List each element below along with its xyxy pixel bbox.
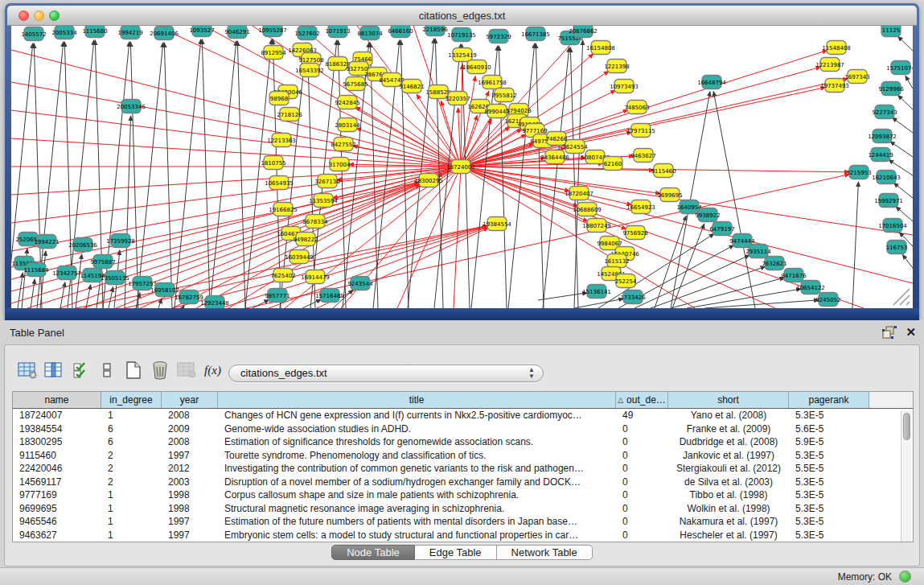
cell-title[interactable]: Estimation of significance thresholds fo… [218, 435, 616, 449]
cell-year[interactable]: 1998 [162, 502, 218, 516]
table-settings-button[interactable] [16, 360, 38, 381]
column-header-in_degree[interactable]: in_degree [101, 392, 162, 408]
graph-edge[interactable] [713, 92, 755, 308]
table-row[interactable]: 946362711997Embryonic stem cells: a mode… [13, 529, 913, 542]
tab-network-table[interactable]: Network Table [497, 545, 593, 560]
cell-year[interactable]: 2008 [162, 435, 218, 449]
cell-in_degree[interactable]: 1 [101, 409, 162, 422]
table-row[interactable]: 911546021997Tourette syndrome. Phenomeno… [13, 449, 913, 463]
cell-year[interactable]: 2009 [162, 422, 218, 436]
graph-edge[interactable] [31, 279, 35, 308]
graph-node[interactable]: 3267130 [314, 175, 339, 188]
cell-short[interactable]: Franke et al. (2009) [668, 422, 789, 436]
graph-edge[interactable] [175, 39, 201, 308]
canvas-resize-grip[interactable] [887, 282, 911, 307]
table-row[interactable]: 977716911998Corpus callosum shape and si… [13, 488, 913, 502]
column-header-pagerank[interactable]: pagerank [789, 392, 869, 408]
graph-edge[interactable] [852, 182, 858, 308]
graph-node[interactable]: 10955287 [258, 26, 287, 37]
graph-node[interactable]: 1115680 [82, 26, 107, 38]
cell-in_degree[interactable]: 2 [101, 462, 162, 476]
graph-edge[interactable] [210, 41, 236, 308]
graph-node[interactable]: 252254 [615, 274, 637, 288]
cell-year[interactable]: 2003 [162, 476, 218, 489]
cell-title[interactable]: Structural magnetic resonance image aver… [218, 502, 616, 516]
graph-node[interactable]: 1697343 [844, 70, 869, 84]
graph-node[interactable]: 1810755 [261, 156, 285, 170]
graph-node[interactable]: 10654935 [265, 176, 294, 190]
cell-out_degree[interactable]: 0 [616, 422, 668, 436]
cell-pagerank[interactable]: 5.3E-5 [789, 515, 869, 529]
graph-edge[interactable] [60, 282, 65, 308]
cell-in_degree[interactable]: 1 [101, 488, 162, 502]
graph-node[interactable]: 1994221 [34, 235, 59, 249]
cell-year[interactable]: 2012 [162, 462, 218, 476]
graph-edge[interactable] [893, 117, 913, 133]
cell-title[interactable]: Corpus callosum shape and size in male p… [218, 488, 616, 502]
graph-node[interactable]: 1244419 [868, 148, 893, 162]
graph-node[interactable]: 11125 [881, 26, 901, 37]
graph-node[interactable]: 9245052 [815, 293, 840, 307]
scrollbar-thumb[interactable] [903, 413, 910, 440]
graph-node[interactable]: 1527602 [294, 27, 319, 40]
graph-node[interactable]: 2005334 [51, 26, 77, 39]
graph-node[interactable]: 7485063 [624, 101, 649, 114]
graph-node[interactable]: 3215953 [846, 166, 871, 179]
cell-name[interactable]: 18300295 [13, 435, 101, 449]
cell-short[interactable]: Nakamura et al. (1997) [668, 515, 789, 529]
cell-short[interactable]: Dudbridge et al. (2008) [668, 435, 789, 449]
citation-graph[interactable]: 1872400718300295193845541405572200533411… [11, 26, 913, 308]
column-header-title[interactable]: title [218, 392, 616, 408]
graph-node[interactable]: 116753 [886, 241, 908, 254]
graph-node[interactable]: 12093872 [868, 130, 897, 143]
select-rows-button[interactable] [69, 360, 91, 381]
graph-node[interactable]: 16210643 [872, 171, 901, 184]
graph-node[interactable]: 1405572 [21, 27, 46, 41]
graph-node[interactable]: 2218596 [422, 26, 448, 36]
graph-node[interactable]: 9242845 [335, 96, 359, 109]
graph-node[interactable]: 1093527 [189, 26, 214, 37]
graph-node[interactable]: 16154808 [586, 41, 615, 55]
graph-edge[interactable] [245, 39, 272, 308]
graph-edge[interactable] [902, 255, 913, 268]
graph-node[interactable]: 1115684 [23, 263, 49, 277]
graph-edge[interactable] [570, 47, 578, 308]
cell-in_degree[interactable]: 1 [101, 529, 162, 542]
table-row[interactable]: 1872400712008Changes of HCN gene express… [13, 409, 913, 422]
cell-name[interactable]: 19384554 [13, 422, 101, 436]
new-table-button[interactable] [122, 360, 144, 381]
graph-node[interactable]: 15992971 [874, 194, 903, 208]
graph-edge[interactable] [302, 299, 321, 308]
cell-out_degree[interactable]: 49 [616, 409, 668, 422]
graph-edge[interactable] [462, 44, 470, 308]
graph-node[interactable]: 9243544 [347, 277, 373, 290]
cell-title[interactable]: Investigating the contribution of common… [218, 462, 616, 476]
graph-edge[interactable] [898, 36, 913, 51]
cell-title[interactable]: Genome-wide association studies in ADHD. [218, 422, 616, 436]
cell-out_degree[interactable]: 0 [616, 488, 668, 502]
table-row[interactable]: 1938455462009Genome-wide association stu… [13, 422, 913, 436]
graph-node[interactable]: 1221398 [604, 60, 629, 73]
graph-node[interactable]: 20053346 [117, 100, 146, 113]
graph-node[interactable]: 16914479 [301, 270, 330, 284]
graph-node[interactable]: 9699695 [657, 188, 682, 202]
graph-edge[interactable] [11, 50, 461, 167]
graph-edge[interactable] [164, 43, 172, 308]
cell-short[interactable]: Hescheler et al. (1997) [668, 529, 789, 542]
cell-title[interactable]: Tourette syndrome. Phenomenology and cla… [218, 449, 616, 463]
graph-node[interactable]: 2803144 [335, 118, 360, 132]
graph-node[interactable]: 16654923 [626, 200, 655, 214]
window-titlebar[interactable]: citations_edges.txt [7, 6, 917, 26]
table-row[interactable]: 946554611997Estimation of the future num… [13, 515, 913, 529]
graph-node[interactable]: 9463627 [630, 149, 655, 163]
cell-year[interactable]: 1997 [162, 449, 218, 463]
graph-node[interactable]: 2718126 [277, 108, 302, 122]
column-header-short[interactable]: short [668, 392, 789, 408]
cell-short[interactable]: de Silva et al. (2003) [668, 476, 789, 489]
cell-name[interactable]: 9115460 [13, 449, 101, 463]
cell-out_degree[interactable]: 0 [616, 435, 668, 449]
graph-edge[interactable] [86, 285, 91, 308]
table-row[interactable]: 1830029562008Estimation of significance … [13, 435, 913, 449]
graph-node[interactable]: 10719135 [447, 28, 476, 42]
graph-node[interactable]: 7955812 [491, 89, 516, 102]
